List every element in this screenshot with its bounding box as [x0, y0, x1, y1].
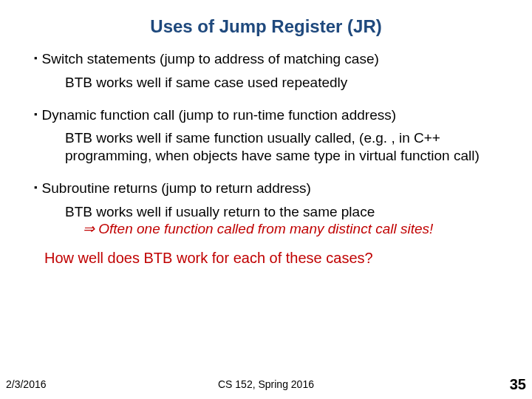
bullet-sub: BTB works well if same case used repeate… — [65, 74, 498, 92]
bullet-text: Subroutine returns (jump to return addre… — [42, 180, 311, 197]
bullet-sub: BTB works well if same function usually … — [65, 129, 498, 165]
bullet-marker: ▪ — [34, 52, 38, 64]
slide-question: How well does BTB work for each of these… — [44, 250, 498, 267]
bullet-text: Dynamic function call (jump to run-time … — [42, 106, 396, 124]
bullet-sub-emphasis: ⇒ Often one function called from many di… — [83, 221, 433, 236]
bullet-item: ▪ Dynamic function call (jump to run-tim… — [34, 106, 498, 124]
bullet-sub-line1: BTB works well if usually return to the … — [65, 204, 375, 219]
slide-content: ▪ Switch statements (jump to address of … — [0, 50, 532, 267]
bullet-item: ▪ Switch statements (jump to address of … — [34, 50, 498, 68]
bullet-sub: BTB works well if usually return to the … — [65, 203, 498, 239]
slide-title: Uses of Jump Register (JR) — [0, 16, 532, 37]
footer-course: CS 152, Spring 2016 — [0, 378, 532, 390]
bullet-marker: ▪ — [34, 182, 38, 193]
bullet-item: ▪ Subroutine returns (jump to return add… — [34, 180, 498, 197]
bullet-marker: ▪ — [34, 109, 38, 120]
bullet-text: Switch statements (jump to address of ma… — [42, 50, 379, 68]
footer-page-number: 35 — [510, 376, 526, 393]
